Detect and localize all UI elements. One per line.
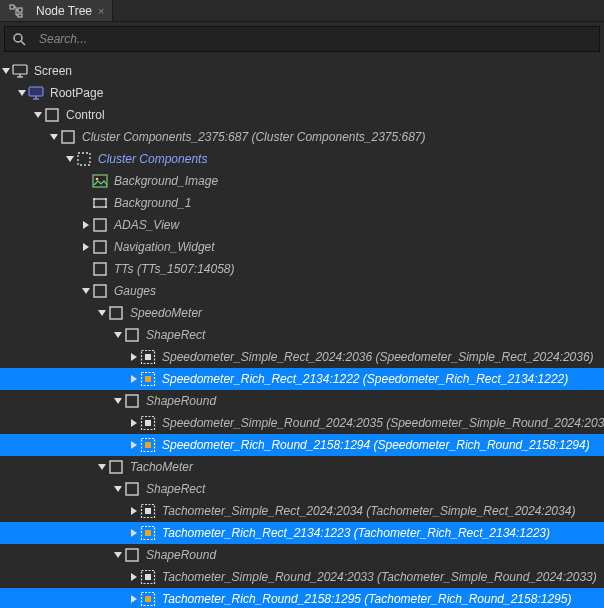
chevron-down-icon[interactable] (96, 309, 108, 317)
tree-row[interactable]: TTs (TTs_1507:14058) (0, 258, 604, 280)
tree-row-label: Tachometer_Simple_Rect_2024:2034 (Tachom… (162, 504, 583, 518)
tree-row[interactable]: TachoMeter (0, 456, 604, 478)
svg-line-4 (21, 41, 25, 45)
chevron-right-icon[interactable] (128, 595, 140, 603)
comp-icon (140, 503, 156, 519)
svg-rect-0 (10, 5, 14, 9)
chevron-down-icon[interactable] (48, 133, 60, 141)
chevron-right-icon[interactable] (128, 375, 140, 383)
comp-icon (140, 349, 156, 365)
svg-point-3 (14, 34, 22, 42)
svg-rect-22 (94, 241, 106, 253)
tree-row[interactable]: SpeedoMeter (0, 302, 604, 324)
image-icon (92, 173, 108, 189)
tree-row-label: Speedometer_Simple_Rect_2024:2036 (Speed… (162, 350, 602, 364)
chevron-down-icon[interactable] (96, 463, 108, 471)
tree-row-label: ADAS_View (114, 218, 187, 232)
tree-row[interactable]: Background_1 (0, 192, 604, 214)
chevron-right-icon[interactable] (128, 419, 140, 427)
chevron-right-icon[interactable] (128, 441, 140, 449)
svg-rect-2 (18, 14, 22, 17)
tree-row[interactable]: Screen (0, 60, 604, 82)
svg-rect-39 (145, 508, 151, 514)
tabbar: Node Tree × (0, 0, 604, 22)
chevron-right-icon[interactable] (128, 353, 140, 361)
chevron-right-icon[interactable] (128, 507, 140, 515)
tree-row[interactable]: Tachometer_Rich_Round_2158:1295 (Tachome… (0, 588, 604, 608)
tree-row-label: Navigation_Widget (114, 240, 223, 254)
svg-point-20 (105, 206, 107, 208)
box-icon (124, 327, 140, 343)
tree-row[interactable]: ADAS_View (0, 214, 604, 236)
compgold-icon (140, 371, 156, 387)
tree-row[interactable]: Cluster Components_2375:687 (Cluster Com… (0, 126, 604, 148)
svg-rect-44 (145, 574, 151, 580)
compgold-icon (140, 525, 156, 541)
chevron-down-icon[interactable] (112, 551, 124, 559)
tree-row[interactable]: Tachometer_Rich_Rect_2134:1223 (Tachomet… (0, 522, 604, 544)
chevron-right-icon[interactable] (80, 221, 92, 229)
chevron-down-icon[interactable] (112, 485, 124, 493)
tree-row[interactable]: Speedometer_Simple_Round_2024:2035 (Spee… (0, 412, 604, 434)
dashbox-icon (76, 151, 92, 167)
tree-row-label: Tachometer_Simple_Round_2024:2033 (Tacho… (162, 570, 604, 584)
tree-row[interactable]: ShapeRect (0, 478, 604, 500)
tree-row-label: Speedometer_Rich_Rect_2134:1222 (Speedom… (162, 372, 576, 386)
chevron-right-icon[interactable] (80, 243, 92, 251)
svg-rect-1 (18, 8, 22, 12)
tree-row[interactable]: ShapeRound (0, 544, 604, 566)
search-bar[interactable] (4, 26, 600, 52)
search-input[interactable] (39, 32, 593, 46)
tree-row[interactable]: Gauges (0, 280, 604, 302)
tree-row-label: TTs (TTs_1507:14058) (114, 262, 243, 276)
tree-row[interactable]: Background_Image (0, 170, 604, 192)
svg-rect-14 (93, 175, 107, 187)
box-icon (124, 393, 140, 409)
svg-rect-30 (145, 376, 151, 382)
monitor2-icon (28, 85, 44, 101)
svg-rect-8 (29, 87, 43, 96)
chevron-down-icon[interactable] (112, 397, 124, 405)
box-icon (60, 129, 76, 145)
svg-rect-21 (94, 219, 106, 231)
node-tree[interactable]: ScreenRootPageControlCluster Components_… (0, 54, 604, 608)
tree-row-label: Gauges (114, 284, 164, 298)
close-icon[interactable]: × (98, 5, 104, 17)
tree-row[interactable]: ShapeRect (0, 324, 604, 346)
chevron-down-icon[interactable] (16, 89, 28, 97)
tree-row[interactable]: ShapeRound (0, 390, 604, 412)
tree-row[interactable]: RootPage (0, 82, 604, 104)
svg-rect-35 (145, 442, 151, 448)
tree-row[interactable]: Cluster Components (0, 148, 604, 170)
tab-node-tree[interactable]: Node Tree × (0, 0, 113, 21)
box-icon (92, 217, 108, 233)
tree-row[interactable]: Navigation_Widget (0, 236, 604, 258)
tree-row[interactable]: Tachometer_Simple_Round_2024:2033 (Tacho… (0, 566, 604, 588)
svg-rect-36 (110, 461, 122, 473)
tree-row-label: Screen (34, 64, 80, 78)
svg-rect-5 (13, 65, 27, 74)
chevron-down-icon[interactable] (112, 331, 124, 339)
chevron-right-icon[interactable] (128, 573, 140, 581)
svg-rect-24 (94, 285, 106, 297)
chevron-down-icon[interactable] (80, 287, 92, 295)
tree-row[interactable]: Tachometer_Simple_Rect_2024:2034 (Tachom… (0, 500, 604, 522)
tree-row[interactable]: Speedometer_Simple_Rect_2024:2036 (Speed… (0, 346, 604, 368)
tree-row-label: Background_1 (114, 196, 199, 210)
box-icon (92, 283, 108, 299)
tree-row[interactable]: Speedometer_Rich_Rect_2134:1222 (Speedom… (0, 368, 604, 390)
tree-row[interactable]: Speedometer_Rich_Round_2158:1294 (Speedo… (0, 434, 604, 456)
chevron-down-icon[interactable] (64, 155, 76, 163)
svg-rect-41 (145, 530, 151, 536)
box-icon (124, 481, 140, 497)
tree-row-label: Speedometer_Rich_Round_2158:1294 (Speedo… (162, 438, 598, 452)
tree-row-label: SpeedoMeter (130, 306, 210, 320)
tree-row[interactable]: Control (0, 104, 604, 126)
svg-rect-46 (145, 596, 151, 602)
monitor-icon (12, 63, 28, 79)
tree-row-label: Speedometer_Simple_Round_2024:2035 (Spee… (162, 416, 604, 430)
chevron-down-icon[interactable] (32, 111, 44, 119)
tree-row-label: RootPage (50, 86, 111, 100)
chevron-down-icon[interactable] (0, 67, 12, 75)
chevron-right-icon[interactable] (128, 529, 140, 537)
